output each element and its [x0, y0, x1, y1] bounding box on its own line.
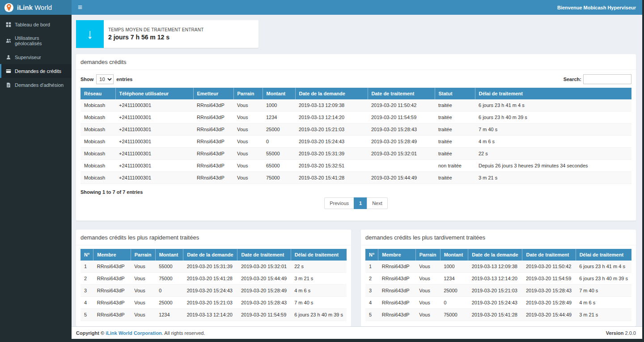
table-row: 5RRnsi643dPVous750002019-03-20 15:41:282… — [365, 309, 631, 321]
sidebar-item-tableau-de-bord[interactable]: Tableau de bord — [0, 17, 72, 31]
sidebar-item-demandes-adhesion[interactable]: Demandes d'adhésion — [0, 78, 72, 92]
column-header[interactable]: Montant — [263, 88, 295, 99]
table-cell: 3 — [365, 285, 378, 297]
column-header[interactable]: Date de traitement — [368, 88, 435, 99]
table-cell: 4 — [80, 297, 93, 309]
column-header[interactable]: Date de la demande — [468, 249, 522, 261]
column-header[interactable]: Téléphone utilisateur — [115, 88, 193, 99]
sidebar-item-superviseur[interactable]: Superviseur — [0, 50, 72, 64]
table-cell: RRnsi643dP — [193, 136, 233, 148]
table-cell: +24111000301 — [115, 111, 193, 124]
table-cell: RRnsi643dP — [193, 172, 233, 184]
table-cell: 2019-03-20 15:21:03 — [468, 285, 522, 297]
column-header[interactable]: Délai de traitement — [475, 88, 631, 99]
column-header[interactable]: Délai de traitement — [576, 249, 631, 261]
column-header[interactable]: Montant — [440, 249, 468, 261]
table-cell: traitée — [435, 148, 475, 160]
column-header[interactable]: Réseau — [80, 88, 115, 99]
sidebar-item-label: Utilisateurs géolocalisés — [15, 35, 67, 46]
table-cell: 2019-03-20 15:32:01 — [368, 148, 435, 160]
column-header[interactable]: Statut — [435, 88, 475, 99]
table-row: 2RRnsi643dPVous12342019-03-13 12:14:2020… — [365, 273, 631, 285]
table-search-control: Search: — [564, 74, 631, 84]
table-cell: 0 — [440, 297, 468, 309]
table-cell: 0 — [263, 136, 295, 148]
column-header[interactable]: Date de traitement — [522, 249, 576, 261]
table-cell: Vous — [233, 111, 263, 124]
column-header[interactable]: Parrain — [415, 249, 440, 261]
table-cell: Vous — [131, 273, 155, 285]
credits-table-header-row: RéseauTéléphone utilisateurEmetteurParra… — [80, 88, 631, 99]
table-cell: 7 m 40 s — [291, 297, 347, 309]
table-cell: 2 — [365, 273, 378, 285]
users-group-icon — [5, 38, 11, 44]
table-cell: 2019-03-13 12:09:38 — [468, 261, 522, 273]
table-cell: traitée — [435, 99, 475, 111]
table-cell: 2019-03-20 15:44:49 — [237, 273, 291, 285]
table-cell: +24111000301 — [115, 160, 193, 172]
infobox-value: 2 jours 7 h 56 m 12 s — [108, 34, 203, 41]
column-header[interactable]: N° — [365, 249, 378, 261]
table-cell: 2019-03-20 15:31:39 — [295, 148, 368, 160]
column-header[interactable]: Parrain — [233, 88, 263, 99]
table-cell: Vous — [415, 297, 440, 309]
credits-table-body: Mobicash+24111000301RRnsi643dPVous100020… — [80, 99, 631, 184]
ilink-corporation-link[interactable]: iLink World Corporation — [106, 330, 162, 336]
table-cell: Vous — [415, 261, 440, 273]
table-row: 4RRnsi643dPVous02019-03-20 15:24:432019-… — [365, 297, 631, 309]
column-header[interactable]: Membre — [93, 249, 131, 261]
table-cell: 2019-03-20 11:54:59 — [237, 309, 291, 321]
brand-link[interactable]: iLink World — [0, 0, 72, 15]
column-header[interactable]: Parrain — [131, 249, 155, 261]
table-cell: RRnsi643dP — [93, 309, 131, 321]
column-header[interactable]: Date de la demande — [183, 249, 237, 261]
fastest-credits-panel: demandes crédits les plus rapidement tra… — [76, 230, 351, 326]
table-cell: 2019-03-20 11:54:59 — [368, 111, 435, 124]
table-cell: 1234 — [155, 309, 183, 321]
table-cell: Vous — [415, 273, 440, 285]
table-cell: +24111000301 — [115, 136, 193, 148]
brand-text: iLink World — [17, 4, 52, 11]
table-cell: 1 — [80, 261, 93, 273]
column-header[interactable]: Délai de traitement — [291, 249, 347, 261]
version-label: Version — [606, 330, 624, 336]
table-cell: 7 m 40 s — [475, 124, 631, 136]
table-row: Mobicash+24111000301RRnsi643dPVous02019-… — [80, 136, 631, 148]
sidebar-toggle-button[interactable]: ≡ — [72, 0, 89, 15]
table-cell: 3 m 21 s — [576, 309, 631, 321]
column-header[interactable]: N° — [80, 249, 93, 261]
pagination-previous-button[interactable]: Previous — [324, 197, 354, 209]
table-cell: 1234 — [263, 111, 295, 124]
slowest-table-body: 1RRnsi643dPVous10002019-03-13 12:09:3820… — [365, 261, 631, 321]
pagination-page-1-button[interactable]: 1 — [354, 197, 367, 209]
table-cell: 2019-03-13 12:09:38 — [295, 99, 368, 111]
sidebar-item-label: Demandes de crédits — [15, 68, 61, 74]
version-text: Version 2.0.0 — [606, 330, 636, 336]
page-length-select[interactable]: 10 — [96, 74, 114, 84]
fastest-table-header-row: N°MembreParrainMontantDate de la demande… — [80, 249, 347, 261]
table-cell: 75000 — [263, 172, 295, 184]
sidebar-item-demandes-de-credits[interactable]: Demandes de crédits — [0, 64, 72, 78]
column-header[interactable]: Membre — [378, 249, 415, 261]
brand-bold: iLink — [17, 4, 33, 11]
fastest-credits-table: N°MembreParrainMontantDate de la demande… — [80, 249, 347, 321]
table-cell: 2019-03-20 11:50:42 — [522, 261, 576, 273]
table-cell: 25000 — [440, 285, 468, 297]
show-label: Show — [80, 77, 93, 82]
table-row: 3RRnsi643dPVous02019-03-20 15:24:432019-… — [80, 285, 347, 297]
search-input[interactable] — [583, 74, 631, 84]
table-row: 1RRnsi643dPVous550002019-03-20 15:31:392… — [80, 261, 347, 273]
table-cell: 7 m 40 s — [576, 285, 631, 297]
column-header[interactable]: Date de la demande — [295, 88, 368, 99]
table-cell: RRnsi643dP — [378, 309, 415, 321]
table-cell: Vous — [233, 160, 263, 172]
pagination-next-button[interactable]: Next — [367, 197, 388, 209]
column-header[interactable]: Date de traitement — [237, 249, 291, 261]
brand-rest: World — [33, 4, 52, 11]
table-cell: RRnsi643dP — [193, 148, 233, 160]
sidebar-item-utilisateurs-geolocalises[interactable]: Utilisateurs géolocalisés — [0, 31, 72, 50]
table-row: 3RRnsi643dPVous250002019-03-20 15:21:032… — [365, 285, 631, 297]
table-cell: traitée — [435, 111, 475, 124]
column-header[interactable]: Montant — [155, 249, 183, 261]
column-header[interactable]: Emetteur — [193, 88, 233, 99]
